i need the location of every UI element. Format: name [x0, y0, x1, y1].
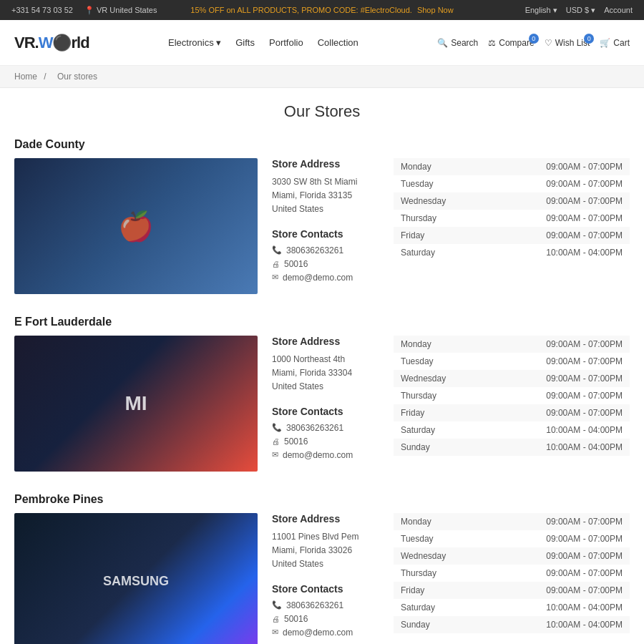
- main-nav: Electronics ▾ Gifts Portfolio Collection: [168, 37, 358, 48]
- hour-time: 10:00AM - 04:00PM: [546, 248, 623, 258]
- day-name: Thursday: [401, 568, 465, 578]
- email-address-2: demo@demo.com: [283, 628, 353, 638]
- email-icon-0: ✉: [272, 273, 278, 282]
- wishlist-action[interactable]: ♡ Wish List 0: [545, 38, 590, 48]
- hour-time: 09:00AM - 07:00PM: [546, 534, 623, 544]
- promo-bar: 15% OFF on ALL PRODUCTS, PROMO CODE: #El…: [190, 6, 453, 14]
- hour-time: 10:00AM - 04:00PM: [546, 442, 623, 452]
- fax-icon-2: 🖨: [272, 615, 280, 623]
- compare-icon: ⚖: [488, 38, 496, 48]
- hour-row-2-5: Saturday 10:00AM - 04:00PM: [394, 599, 630, 616]
- hour-row-0-4: Friday 09:00AM - 07:00PM: [394, 227, 630, 244]
- day-name: Friday: [401, 408, 465, 418]
- phone-number: +331 54 73 03 52: [11, 6, 73, 14]
- cart-action[interactable]: 🛒 Cart: [600, 38, 630, 48]
- header-actions: 🔍 Search ⚖ Compare 0 ♡ Wish List 0 🛒 Car…: [437, 38, 630, 48]
- phone-number-0: 380636263261: [286, 245, 343, 255]
- search-label: Search: [451, 38, 478, 48]
- hour-time: 09:00AM - 07:00PM: [546, 517, 623, 527]
- contacts-0: Store Contacts 📞 380636263261 🖨 50016 ✉ …: [272, 228, 379, 283]
- breadcrumb-current: Our stores: [57, 72, 97, 82]
- fax-item-1: 🖨 50016: [272, 436, 379, 447]
- hour-time: 10:00AM - 04:00PM: [546, 620, 623, 630]
- day-name: Tuesday: [401, 179, 465, 189]
- hour-row-2-4: Friday 09:00AM - 07:00PM: [394, 582, 630, 599]
- hour-time: 09:00AM - 07:00PM: [546, 162, 623, 172]
- store-image-2: SAMSUNG: [14, 513, 258, 644]
- day-name: Thursday: [401, 391, 465, 401]
- hour-row-1-3: Thursday 09:00AM - 07:00PM: [394, 387, 630, 404]
- cart-label: Cart: [613, 38, 630, 48]
- language-selector[interactable]: English ▾: [525, 6, 557, 15]
- phone-number-2: 380636263261: [286, 600, 343, 610]
- store-info-1: Store Address 1000 Northeast 4thMiami, F…: [272, 336, 379, 464]
- store-section-1: E Fort Lauderdale MI Store Address 1000 …: [14, 316, 630, 472]
- hour-row-1-2: Wednesday 09:00AM - 07:00PM: [394, 370, 630, 387]
- main-content: Our Stores Dade County 🍎 Store Address 3…: [0, 88, 644, 644]
- nav-gifts[interactable]: Gifts: [235, 37, 255, 48]
- fax-item-0: 🖨 50016: [272, 259, 379, 269]
- email-icon-1: ✉: [272, 450, 278, 459]
- day-name: Saturday: [401, 602, 465, 613]
- account-link[interactable]: Account: [604, 6, 633, 14]
- contacts-title-2: Store Contacts: [272, 583, 379, 595]
- contacts-2: Store Contacts 📞 380636263261 🖨 50016 ✉ …: [272, 583, 379, 638]
- hour-row-0-0: Monday 09:00AM - 07:00PM: [394, 158, 630, 175]
- hour-row-1-0: Monday 09:00AM - 07:00PM: [394, 336, 630, 353]
- wishlist-badge: 0: [584, 34, 594, 44]
- hour-time: 10:00AM - 04:00PM: [546, 602, 623, 613]
- stores-list: Dade County 🍎 Store Address 3030 SW 8th …: [14, 138, 630, 644]
- email-item-2: ✉ demo@demo.com: [272, 628, 379, 638]
- shop-now-link[interactable]: Shop Now: [417, 6, 454, 14]
- nav-electronics[interactable]: Electronics ▾: [168, 37, 221, 48]
- address-title-2: Store Address: [272, 513, 379, 525]
- nav-collection[interactable]: Collection: [318, 37, 358, 48]
- phone-icon-1: 📞: [272, 423, 282, 432]
- day-name: Friday: [401, 230, 465, 240]
- store-row-2: SAMSUNG Store Address 11001 Pines Blvd P…: [14, 513, 630, 644]
- cart-icon: 🛒: [600, 38, 610, 48]
- email-icon-2: ✉: [272, 628, 278, 637]
- store-image-0: 🍎: [14, 158, 258, 294]
- hour-time: 09:00AM - 07:00PM: [546, 356, 623, 366]
- address-title-1: Store Address: [272, 336, 379, 347]
- hours-table-1: Monday 09:00AM - 07:00PM Tuesday 09:00AM…: [394, 336, 630, 464]
- hour-time: 09:00AM - 07:00PM: [546, 196, 623, 206]
- breadcrumb-home[interactable]: Home: [14, 72, 37, 82]
- search-action[interactable]: 🔍 Search: [437, 38, 478, 48]
- store-row-0: 🍎 Store Address 3030 SW 8th St MiamiMiam…: [14, 158, 630, 294]
- hours-table-0: Monday 09:00AM - 07:00PM Tuesday 09:00AM…: [394, 158, 630, 286]
- hour-row-2-3: Thursday 09:00AM - 07:00PM: [394, 565, 630, 582]
- contacts-title-0: Store Contacts: [272, 228, 379, 240]
- address-title-0: Store Address: [272, 158, 379, 170]
- hour-row-1-5: Saturday 10:00AM - 04:00PM: [394, 421, 630, 439]
- day-name: Saturday: [401, 248, 465, 258]
- day-name: Thursday: [401, 213, 465, 223]
- header: VR.W⚫rld Electronics ▾ Gifts Portfolio C…: [0, 20, 644, 66]
- hour-time: 10:00AM - 04:00PM: [546, 425, 623, 435]
- day-name: Sunday: [401, 620, 465, 630]
- fax-icon-1: 🖨: [272, 437, 280, 446]
- currency-selector[interactable]: USD $ ▾: [566, 6, 595, 15]
- day-name: Monday: [401, 162, 465, 172]
- hour-time: 09:00AM - 07:00PM: [546, 568, 623, 578]
- address-text-1: 1000 Northeast 4thMiami, Florida 33304Un…: [272, 353, 379, 394]
- search-icon: 🔍: [437, 38, 448, 48]
- top-bar-left: +331 54 73 03 52 📍 VR United States: [11, 6, 157, 15]
- nav-portfolio[interactable]: Portfolio: [269, 37, 303, 48]
- logo[interactable]: VR.W⚫rld: [14, 34, 89, 52]
- phone-icon-0: 📞: [272, 245, 282, 255]
- email-address-0: demo@demo.com: [283, 273, 353, 283]
- email-item-0: ✉ demo@demo.com: [272, 273, 379, 283]
- day-name: Tuesday: [401, 534, 465, 544]
- hour-row-1-6: Sunday 10:00AM - 04:00PM: [394, 439, 630, 456]
- hour-time: 09:00AM - 07:00PM: [546, 179, 623, 189]
- location: 📍 VR United States: [84, 6, 157, 15]
- day-name: Tuesday: [401, 356, 465, 366]
- hour-row-0-5: Saturday 10:00AM - 04:00PM: [394, 244, 630, 261]
- day-name: Sunday: [401, 442, 465, 452]
- compare-action[interactable]: ⚖ Compare 0: [488, 38, 534, 48]
- day-name: Monday: [401, 517, 465, 527]
- hour-row-2-2: Wednesday 09:00AM - 07:00PM: [394, 547, 630, 565]
- hours-table-2: Monday 09:00AM - 07:00PM Tuesday 09:00AM…: [394, 513, 630, 641]
